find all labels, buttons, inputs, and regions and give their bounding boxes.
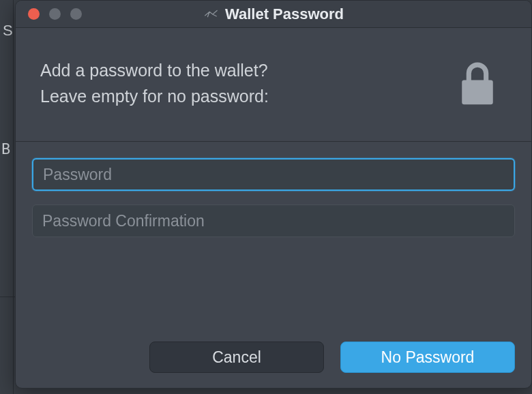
window-title: Wallet Password — [225, 5, 344, 23]
bg-letter-b: B — [1, 140, 10, 157]
minimize-window-button[interactable] — [49, 8, 61, 20]
wallet-password-dialog: Wallet Password Add a password to the wa… — [15, 0, 532, 389]
password-input[interactable] — [32, 158, 515, 191]
traffic-lights — [16, 8, 82, 20]
inputs-area — [16, 142, 531, 237]
prompt-text: Add a password to the wallet? Leave empt… — [40, 58, 269, 109]
buttons-area: Cancel No Password — [149, 342, 515, 373]
prompt-line-1: Add a password to the wallet? — [40, 58, 269, 84]
titlebar: Wallet Password — [16, 1, 531, 28]
cancel-button[interactable]: Cancel — [149, 342, 324, 373]
maximize-window-button[interactable] — [70, 8, 82, 20]
prompt-line-2: Leave empty for no password: — [40, 84, 269, 110]
background-sidebar: S B — [0, 0, 14, 394]
lock-icon — [448, 55, 507, 114]
close-window-button[interactable] — [28, 8, 40, 20]
prompt-area: Add a password to the wallet? Leave empt… — [16, 28, 531, 142]
dialog-content: Add a password to the wallet? Leave empt… — [16, 28, 531, 237]
titlebar-center: Wallet Password — [16, 5, 531, 23]
no-password-button[interactable]: No Password — [340, 342, 515, 373]
bg-divider — [0, 297, 15, 297]
app-bird-icon — [203, 7, 218, 22]
password-confirmation-input[interactable] — [32, 204, 515, 237]
bg-letter-s: S — [3, 22, 13, 40]
